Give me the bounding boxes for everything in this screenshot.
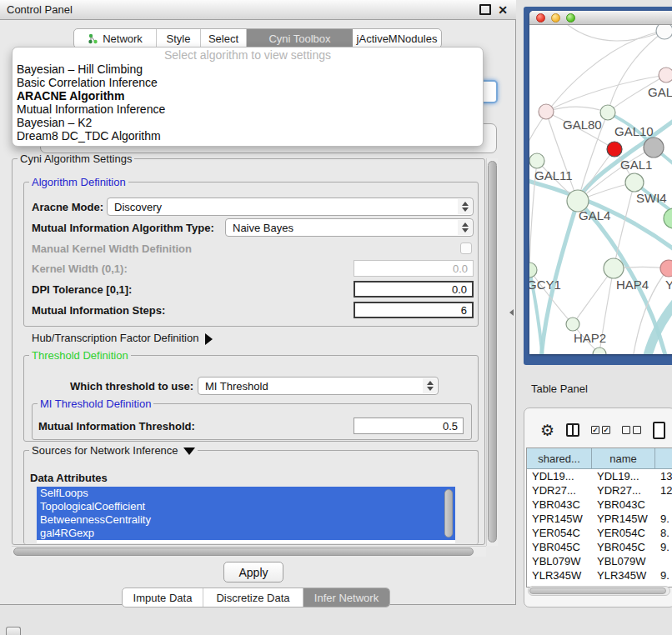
mi-steps-field[interactable]: 6 [354,302,474,318]
deselect-all-checkboxes-icon[interactable] [622,426,641,434]
which-threshold-label: Which threshold to use: [70,380,193,392]
apply-button[interactable]: Apply [223,562,283,582]
network-node-gal80[interactable] [539,104,554,119]
network-node-y[interactable] [660,260,672,277]
settings-vertical-scrollbar[interactable] [486,158,498,546]
attribute-item-selfloops[interactable]: SelfLoops [37,487,455,500]
settings-horizontal-scrollbar[interactable] [12,546,486,557]
table-row[interactable]: YPR145WYPR145W9. [527,512,672,526]
network-node-gcy1[interactable] [529,262,537,278]
minimized-panel-icon[interactable] [6,627,21,635]
tab-select[interactable]: Select [201,29,247,48]
hub-definition-expander[interactable]: Hub/Transcription Factor Definition [32,332,213,345]
close-traffic-light-icon[interactable] [536,13,545,22]
stepper-icon [458,199,472,214]
table-row[interactable]: YDR27...YDR27...12 [527,483,672,498]
attribute-item-topologicalcoefficient[interactable]: TopologicalCoefficient [37,500,455,513]
table-cell: 9. [655,540,672,554]
sources-title[interactable]: Sources for Network Inference [29,444,198,457]
table-cell: 9. [655,512,672,526]
algorithm-option-aracne-algorithm[interactable]: ARACNE Algorithm [13,89,483,102]
tab-label: Style [167,32,191,45]
table-cell [655,498,672,512]
column-header-shared[interactable]: shared... [527,448,592,468]
zoom-traffic-light-icon[interactable] [566,13,575,22]
mi-threshold-field[interactable]: 0.5 [354,418,464,434]
node-label-hap2: HAP2 [574,331,606,345]
table-row[interactable]: YBR043CYBR043C [527,498,672,512]
settings-gear-icon[interactable]: ⚙ [540,422,554,438]
table-row[interactable]: YBL079WYBL079W [527,554,672,568]
algorithm-option-dream8-dc-tdc-algorithm[interactable]: Dream8 DC_TDC Algorithm [13,129,483,142]
split-columns-icon[interactable] [566,423,579,437]
table-header-row: shared...name [527,448,672,469]
attributes-scrollbar[interactable] [444,488,454,542]
network-node-gal[interactable] [659,68,672,82]
network-window-titlebar[interactable] [529,11,672,25]
expand-right-icon [205,333,213,345]
column-header-col3[interactable] [655,448,672,468]
tab-discretize-data[interactable]: Discretize Data [203,588,303,607]
table-cell: 8. [655,526,672,540]
tab-label: Discretize Data [216,592,289,604]
network-canvas[interactable]: GALGAL80GAL10GAL11GAL1SWI4GAL4GCY1HAP4YH… [529,25,672,354]
table-cell: 13 [655,469,672,483]
table-row[interactable]: YDL19...YDL19...13 [527,469,672,483]
tab-infer-network[interactable]: Infer Network [303,588,389,607]
network-node-hap4[interactable] [604,258,624,278]
table-cell: YBR043C [527,498,592,512]
network-node-swi4[interactable] [625,173,644,192]
network-node[interactable] [644,138,664,158]
control-panel-title: Control Panel [7,3,73,16]
column-header-name[interactable]: name [592,448,655,468]
network-node-gal11[interactable] [529,153,544,168]
node-label-gal4: GAL4 [579,208,610,222]
node-label-hap4: HAP4 [616,278,649,292]
tab-impute-data[interactable]: Impute Data [123,588,203,607]
mi-algorithm-type-label: Mutual Information Algorithm Type: [32,222,214,234]
dpi-tolerance-field[interactable]: 0.0 [354,281,474,298]
node-label-gal10: GAL10 [614,124,654,138]
panel-resize-grip[interactable] [509,309,514,316]
table-toolbar: ⚙ ✓✓ [524,414,672,446]
tab-network[interactable]: Network [74,29,157,48]
node-table: shared...name YDL19...YDL19...13YDR27...… [526,448,672,588]
algorithm-option-bayesian-hill-climbing[interactable]: Bayesian – Hill Climbing [13,62,483,76]
tab-cyni-toolbox[interactable]: Cyni Toolbox [247,29,353,48]
table-cell: YDL19... [527,469,592,483]
control-panel-tabbar: NetworkStyleSelectCyni ToolboxjActiveMNo… [73,28,442,48]
close-icon[interactable]: ✕ [498,4,508,16]
table-row[interactable]: YBR045CYBR045C9. [527,540,672,554]
control-panel-titlebar: Control Panel ✕ [0,0,516,20]
attribute-item-gal4rgexp[interactable]: gal4RGexp [37,527,455,540]
table-row[interactable]: YER054CYER054C8. [527,526,672,540]
table-row[interactable]: YLR345WYLR345W9. [527,568,672,582]
node-label-gal: GAL [648,85,672,99]
select-all-checkboxes-icon[interactable]: ✓✓ [591,426,610,434]
aracne-mode-select[interactable]: Discovery [107,198,474,216]
algorithm-option-basic-correlation-inference[interactable]: Basic Correlation Inference [13,76,483,89]
node-label-gal1: GAL1 [620,158,652,172]
table-cell: YPR145W [592,512,655,526]
data-attributes-list: SelfLoopsTopologicalCoefficientBetweenne… [37,487,455,543]
table-cell: YDR27... [527,483,592,498]
network-node[interactable] [656,25,672,39]
which-threshold-select[interactable]: MI Threshold [198,377,439,395]
network-node[interactable] [664,208,672,228]
attribute-item-betweennesscentrality[interactable]: BetweennessCentrality [37,513,455,527]
algorithm-option-mutual-information-inference[interactable]: Mutual Information Inference [13,102,483,116]
minimize-traffic-light-icon[interactable] [551,13,560,22]
float-icon[interactable] [479,4,491,15]
network-node-gal1[interactable] [607,142,622,157]
document-icon[interactable] [653,422,665,439]
tab-label: Network [103,32,143,45]
mi-algorithm-type-select[interactable]: Naive Bayes [225,218,474,237]
table-horizontal-scrollbar[interactable] [528,586,670,596]
algorithm-option-bayesian-k2[interactable]: Bayesian – K2 [13,116,483,129]
table-cell: YLR345W [592,568,655,582]
network-node-gal10[interactable] [600,105,615,120]
stepper-icon [423,378,437,393]
tab-style[interactable]: Style [157,29,201,48]
network-node-hap2[interactable] [566,318,579,331]
tab-jactivemnodules[interactable]: jActiveMNodules [353,29,441,48]
